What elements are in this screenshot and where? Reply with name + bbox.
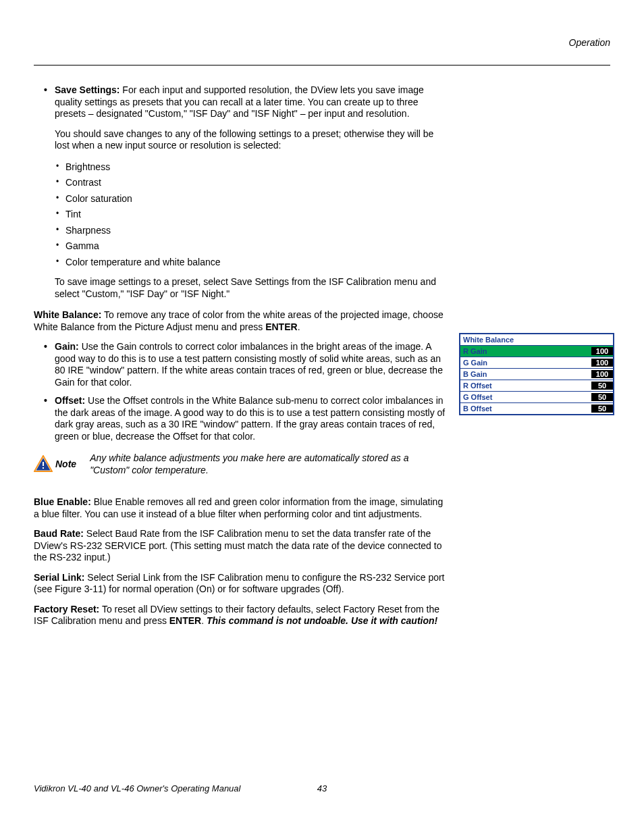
- list-item: Sharpness: [51, 225, 446, 237]
- white-balance-para: White Balance: To remove any trace of co…: [34, 309, 446, 333]
- list-item: Gamma: [51, 240, 446, 253]
- white-balance-table: White Balance R Gain100 G Gain100 B Gain…: [459, 333, 614, 415]
- list-item: Color temperature and white balance: [51, 257, 446, 269]
- serial-link-para: Serial Link: Select Serial Link from the…: [34, 572, 446, 596]
- blue-enable-para: Blue Enable: Blue Enable removes all red…: [34, 496, 446, 520]
- list-item: Brightness: [51, 161, 446, 174]
- baud-rate-label: Baud Rate:: [34, 528, 84, 539]
- note-label: Note: [55, 459, 76, 469]
- table-row: R Offset50: [460, 380, 614, 392]
- svg-rect-3: [43, 467, 44, 469]
- factory-reset-para: Factory Reset: To reset all DView settin…: [34, 604, 446, 627]
- save-settings-p2: You should save changes to any of the fo…: [34, 128, 446, 152]
- save-settings-p3: To save image settings to a preset, sele…: [34, 276, 446, 300]
- table-row: B Gain100: [460, 369, 614, 380]
- list-item: Color saturation: [51, 193, 446, 205]
- gain-label: Gain:: [55, 341, 79, 352]
- header-section: Operation: [34, 37, 610, 48]
- table-row: G Gain100: [460, 357, 614, 369]
- divider: [34, 65, 610, 66]
- save-settings-item: Save Settings: For each input and suppor…: [37, 84, 446, 120]
- footer-page: 43: [302, 783, 342, 793]
- save-settings-label: Save Settings:: [55, 84, 119, 95]
- table-row: B Offset50: [460, 403, 614, 415]
- white-balance-label: White Balance:: [34, 309, 101, 320]
- list-item: Contrast: [51, 177, 446, 189]
- offset-item: Offset: Use the Offset controls in the W…: [37, 395, 446, 442]
- serial-link-label: Serial Link:: [34, 572, 84, 583]
- footer: Vidikron VL-40 and VL-46 Owner's Operati…: [34, 783, 610, 793]
- baud-rate-para: Baud Rate: Select Baud Rate from the ISF…: [34, 528, 446, 564]
- list-item: Tint: [51, 209, 446, 221]
- table-row: R Gain100: [460, 346, 614, 357]
- svg-rect-2: [43, 462, 44, 466]
- wb-table-title: White Balance: [460, 334, 614, 346]
- factory-reset-label: Factory Reset:: [34, 604, 99, 615]
- factory-reset-warning: This command is not undoable. Use it wit…: [207, 615, 437, 626]
- offset-label: Offset:: [55, 395, 85, 406]
- footer-title: Vidikron VL-40 and VL-46 Owner's Operati…: [34, 783, 302, 793]
- table-row: G Offset50: [460, 392, 614, 403]
- note-block: Note Any white balance adjustments you m…: [34, 452, 446, 476]
- gain-item: Gain: Use the Gain controls to correct c…: [37, 341, 446, 388]
- note-text: Any white balance adjustments you make h…: [90, 452, 446, 476]
- blue-enable-label: Blue Enable:: [34, 496, 91, 507]
- warning-icon: [34, 455, 53, 473]
